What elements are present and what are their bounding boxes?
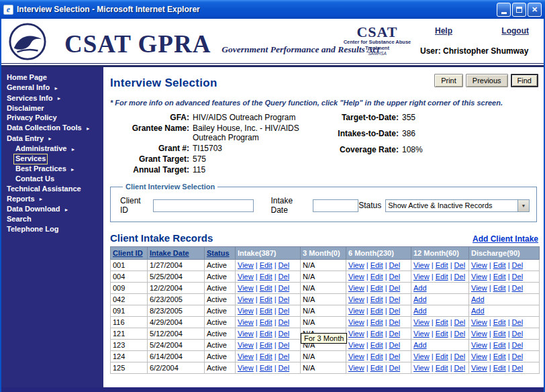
add-link[interactable]: Add	[413, 295, 427, 303]
edit-link[interactable]: Edit	[370, 261, 383, 269]
sidebar-item-telephone-log[interactable]: Telephone Log	[1, 225, 103, 235]
view-link[interactable]: View	[413, 364, 430, 372]
del-link[interactable]: Del	[389, 341, 401, 349]
del-link[interactable]: Del	[512, 318, 524, 326]
del-link[interactable]: Del	[512, 284, 524, 292]
del-link[interactable]: Del	[512, 341, 524, 349]
view-link[interactable]: View	[348, 295, 364, 303]
sidebar-item-reports[interactable]: Reports►	[1, 194, 103, 205]
del-link[interactable]: Del	[454, 273, 466, 281]
edit-link[interactable]: Edit	[260, 318, 272, 326]
view-link[interactable]: View	[348, 318, 364, 326]
edit-link[interactable]: Edit	[370, 341, 383, 349]
del-link[interactable]: Del	[389, 364, 401, 372]
del-link[interactable]: Del	[279, 352, 290, 360]
del-link[interactable]: Del	[279, 261, 290, 269]
del-link[interactable]: Del	[454, 318, 466, 326]
view-link[interactable]: View	[238, 307, 254, 315]
sidebar-item-technical-assistance[interactable]: Technical Assistance	[1, 185, 103, 195]
view-link[interactable]: View	[238, 352, 254, 360]
del-link[interactable]: Del	[389, 273, 401, 281]
edit-link[interactable]: Edit	[260, 341, 272, 349]
view-link[interactable]: View	[348, 330, 364, 338]
del-link[interactable]: Del	[389, 318, 401, 326]
view-link[interactable]: View	[413, 261, 430, 269]
edit-link[interactable]: Edit	[436, 261, 448, 269]
view-link[interactable]: View	[348, 273, 364, 281]
view-link[interactable]: View	[238, 273, 254, 281]
edit-link[interactable]: Edit	[436, 273, 448, 281]
edit-link[interactable]: Edit	[370, 295, 383, 303]
view-link[interactable]: View	[471, 318, 487, 326]
add-link[interactable]: Add	[413, 341, 427, 349]
view-link[interactable]: View	[238, 284, 254, 292]
sidebar-item-search[interactable]: Search	[1, 215, 103, 225]
sidebar-item-services[interactable]: Services	[1, 154, 103, 164]
view-link[interactable]: View	[413, 352, 430, 360]
del-link[interactable]: Del	[279, 284, 290, 292]
view-link[interactable]: View	[471, 330, 487, 338]
sidebar-item-disclaimer[interactable]: Disclaimer	[1, 104, 103, 114]
edit-link[interactable]: Edit	[370, 273, 383, 281]
sidebar-item-administrative[interactable]: Administrative►	[1, 144, 103, 155]
edit-link[interactable]: Edit	[370, 307, 383, 315]
view-link[interactable]: View	[471, 341, 487, 349]
del-link[interactable]: Del	[512, 273, 524, 281]
edit-link[interactable]: Edit	[370, 330, 383, 338]
edit-link[interactable]: Edit	[493, 330, 506, 338]
view-link[interactable]: View	[471, 261, 487, 269]
add-link[interactable]: Add	[471, 307, 485, 315]
view-link[interactable]: View	[471, 364, 487, 372]
del-link[interactable]: Del	[279, 341, 290, 349]
view-link[interactable]: View	[471, 352, 487, 360]
del-link[interactable]: Del	[389, 330, 401, 338]
sidebar-item-general-info[interactable]: General Info►	[1, 83, 103, 94]
sort-link-intake-date[interactable]: Intake Date	[150, 249, 189, 257]
del-link[interactable]: Del	[389, 284, 401, 292]
edit-link[interactable]: Edit	[260, 330, 272, 338]
client-id-input[interactable]	[153, 199, 254, 212]
sidebar-item-data-download[interactable]: Data Download►	[1, 205, 103, 215]
sidebar-item-services-info[interactable]: Services Info►	[1, 93, 103, 104]
view-link[interactable]: View	[348, 307, 364, 315]
add-link[interactable]: Add	[471, 295, 485, 303]
del-link[interactable]: Del	[454, 261, 466, 269]
minimize-button[interactable]	[497, 3, 511, 17]
del-link[interactable]: Del	[279, 330, 290, 338]
view-link[interactable]: View	[413, 330, 430, 338]
edit-link[interactable]: Edit	[260, 364, 272, 372]
view-link[interactable]: View	[348, 341, 364, 349]
edit-link[interactable]: Edit	[493, 284, 506, 292]
sort-link-status[interactable]: Status	[207, 249, 230, 257]
edit-link[interactable]: Edit	[260, 261, 272, 269]
help-link[interactable]: Help	[435, 26, 452, 36]
view-link[interactable]: View	[238, 261, 254, 269]
dropdown-arrow-icon[interactable]: ▼	[517, 200, 529, 211]
view-link[interactable]: View	[238, 330, 254, 338]
close-button[interactable]: ✕	[528, 3, 542, 17]
edit-link[interactable]: Edit	[260, 273, 272, 281]
del-link[interactable]: Del	[512, 330, 524, 338]
del-link[interactable]: Del	[279, 273, 290, 281]
del-link[interactable]: Del	[454, 364, 466, 372]
sort-link-client-id[interactable]: Client ID	[113, 249, 143, 257]
add-client-intake-link[interactable]: Add Client Intake	[473, 234, 538, 244]
del-link[interactable]: Del	[512, 352, 524, 360]
sidebar-item-best-practices[interactable]: Best Practices►	[1, 164, 103, 175]
edit-link[interactable]: Edit	[493, 364, 506, 372]
intake-date-input[interactable]	[313, 199, 358, 212]
find-button[interactable]: Find	[511, 74, 538, 87]
del-link[interactable]: Del	[389, 352, 401, 360]
edit-link[interactable]: Edit	[436, 318, 448, 326]
del-link[interactable]: Del	[279, 307, 290, 315]
view-link[interactable]: View	[348, 284, 364, 292]
status-select[interactable]: Show Active & Inactive Records ▼	[385, 199, 530, 212]
edit-link[interactable]: Edit	[436, 330, 448, 338]
view-link[interactable]: View	[238, 341, 254, 349]
add-link[interactable]: Add	[413, 307, 427, 315]
del-link[interactable]: Del	[454, 330, 466, 338]
edit-link[interactable]: Edit	[436, 352, 448, 360]
edit-link[interactable]: Edit	[370, 364, 383, 372]
sidebar-item-home-page[interactable]: Home Page	[1, 73, 103, 83]
edit-link[interactable]: Edit	[260, 284, 272, 292]
